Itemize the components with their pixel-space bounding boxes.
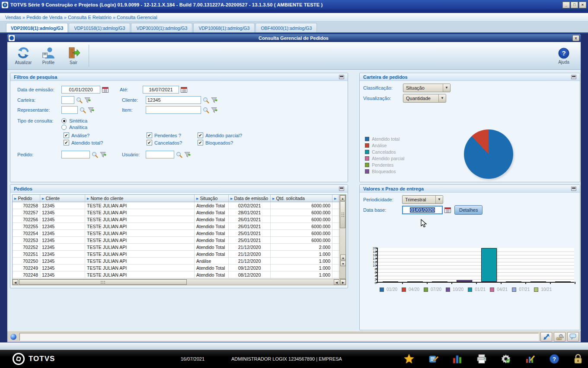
scroll-down-icon[interactable]: ▼ — [340, 261, 346, 266]
profile-button[interactable]: Profile — [36, 44, 61, 68]
filter-funnel-icon[interactable] — [211, 107, 218, 113]
panel-valores: Valores x Prazo de entrega Periodicidade… — [359, 184, 580, 330]
settings-gear-icon[interactable] — [501, 354, 511, 364]
checkbox-atendidoparcial[interactable]: ✔Atendido parcial? — [198, 132, 242, 138]
item-input[interactable] — [146, 106, 201, 114]
table-row[interactable]: 70225812345TESTE JULIAN APIAtendido Tota… — [13, 202, 339, 209]
resize-tool-button[interactable] — [540, 332, 552, 342]
search-icon[interactable] — [92, 152, 98, 158]
totvs-dialog-icon — [9, 35, 15, 41]
refresh-button[interactable]: Atualizar — [11, 44, 36, 68]
column-header-5[interactable]: ▶Qtd. solicitada — [271, 195, 332, 202]
tab-1[interactable]: VDP10158(1):admlog/G3 — [69, 23, 130, 32]
column-header-4[interactable]: ▶Data de emissão — [229, 195, 271, 202]
scroll-left-icon[interactable]: ◀ — [13, 279, 18, 285]
checkbox-bloqueados[interactable]: ✔Bloqueados? — [198, 140, 233, 145]
scroll-left-icon[interactable]: ◀ — [334, 279, 339, 285]
exit-button[interactable]: Sair — [61, 44, 86, 68]
pedido-label: Pedido: — [17, 152, 61, 157]
search-icon[interactable] — [80, 107, 86, 113]
help-icon: ? — [558, 48, 569, 59]
column-header-extra[interactable]: ▶ — [332, 195, 339, 202]
scroll-up-icon[interactable]: ▲ — [340, 195, 345, 201]
chat-tool-button[interactable] — [567, 332, 579, 342]
checkbox-cancelados[interactable]: ✔Cancelados? — [147, 140, 182, 145]
minimize-button[interactable]: _ — [562, 2, 570, 8]
checkmark-icon: ✔ — [64, 140, 69, 145]
bar-chart-icon[interactable] — [452, 354, 463, 364]
table-row[interactable]: 70225012345TESTE JULIAN APIAnálise21/12/… — [13, 258, 339, 265]
close-button[interactable]: × — [579, 2, 586, 8]
tabs-row: VDP20018(1):admlog/G3VDP10158(1):admlog/… — [0, 22, 588, 32]
scroll-up-icon[interactable]: ▲ — [340, 255, 346, 260]
filter-funnel-icon[interactable] — [100, 152, 107, 158]
help-circle-icon[interactable]: ? — [549, 354, 559, 364]
carteira-input[interactable] — [61, 96, 74, 104]
table-row[interactable]: 70225112345TESTE JULIAN APIAtendido Tota… — [13, 251, 339, 258]
dialog-close-button[interactable]: x — [572, 35, 579, 41]
calendar-icon[interactable] — [102, 87, 109, 93]
dialog-title: Consulta Gerencial de Pedidos — [15, 36, 572, 41]
scrollbar-thumb[interactable] — [340, 201, 345, 228]
visualizacao-select[interactable]: Quantidade ▼ — [403, 94, 446, 103]
cliente-input[interactable] — [146, 96, 201, 104]
column-header-1[interactable]: ▶Cliente — [40, 195, 85, 202]
maximize-button[interactable]: □ — [571, 2, 578, 8]
classificacao-select[interactable]: Situação ▼ — [403, 84, 451, 92]
table-vertical-scrollbar[interactable]: ▲ ▲ ▼ — [339, 195, 346, 279]
tab-3[interactable]: VDP10068(1):admlog/G3 — [193, 23, 255, 32]
checkbox-análise[interactable]: ✔Análise? — [64, 132, 89, 138]
checkbox-atendidototal[interactable]: ✔Atendido total? — [64, 140, 103, 145]
printer-icon[interactable] — [476, 354, 487, 364]
table-row[interactable]: 70225412345TESTE JULIAN APIAtendido Tota… — [13, 230, 339, 237]
table-row[interactable]: 70224812345TESTE JULIAN APIAtendido Tota… — [13, 271, 339, 278]
data-emissao-input[interactable] — [61, 86, 100, 94]
filter-funnel-icon[interactable] — [184, 152, 191, 158]
table-row[interactable]: 70224912345TESTE JULIAN APIAtendido Tota… — [13, 265, 339, 271]
column-header-0[interactable]: ▶Pedido — [13, 195, 40, 202]
scroll-right-icon[interactable]: ▶ — [340, 279, 346, 285]
representante-input[interactable] — [61, 106, 78, 114]
radio-analitica[interactable] — [61, 125, 67, 130]
scrollbar-thumb[interactable] — [19, 279, 187, 285]
keyboard-tool-button[interactable] — [554, 332, 566, 342]
column-header-3[interactable]: ▶Situação — [195, 195, 229, 202]
favorites-star-icon[interactable] — [404, 354, 414, 364]
pedido-input[interactable] — [61, 151, 90, 158]
collapse-icon[interactable] — [339, 187, 344, 191]
table-row[interactable]: 70225312345TESTE JULIAN APIAtendido Tota… — [13, 237, 339, 244]
column-header-2[interactable]: ▶Nome do cliente — [85, 195, 195, 202]
search-icon[interactable] — [203, 107, 209, 113]
collapse-icon[interactable] — [571, 75, 576, 79]
table-row[interactable]: 70225512345TESTE JULIAN APIAtendido Tota… — [13, 223, 339, 230]
search-icon[interactable] — [76, 97, 83, 103]
panel-carteira: Carteira de pedidos Classificação: Situa… — [359, 73, 580, 182]
totvs-taskbar-logo: TOTVS — [12, 352, 55, 365]
table-horizontal-scrollbar[interactable]: ◀ ◀ ▶ — [12, 279, 346, 285]
lock-icon[interactable] — [573, 354, 583, 364]
table-row[interactable]: 70225212345TESTE JULIAN APIAtendido Tota… — [13, 244, 339, 251]
sort-arrow-icon: ▶ — [14, 197, 16, 200]
calendar-icon[interactable] — [181, 87, 187, 93]
collapse-icon[interactable] — [339, 75, 344, 79]
help-button[interactable]: ? Ajuda — [551, 44, 576, 68]
tab-4[interactable]: OBF40000(1):admlog/G3 — [256, 23, 317, 32]
search-icon[interactable] — [203, 97, 209, 103]
usuario-input[interactable] — [146, 151, 174, 158]
ate-input[interactable] — [143, 86, 179, 94]
notes-icon[interactable] — [428, 354, 438, 364]
tab-0[interactable]: VDP20018(1):admlog/G3 — [6, 23, 68, 32]
totvs-app-icon: T — [2, 2, 8, 8]
tab-2[interactable]: VDP30100(1):admlog/G3 — [131, 23, 192, 32]
search-icon[interactable] — [176, 152, 182, 158]
filter-funnel-icon[interactable] — [88, 107, 95, 113]
filter-funnel-icon[interactable] — [211, 97, 218, 103]
table-row[interactable]: 70225612345TESTE JULIAN APIAtendido Tota… — [13, 216, 339, 223]
taskbar-date: 16/07/2021 — [181, 356, 205, 362]
checkbox-pendentes[interactable]: ✔Pendentes ? — [147, 132, 181, 138]
report-chart-icon[interactable] — [525, 354, 535, 364]
table-row[interactable]: 70225712345TESTE JULIAN APIAtendido Tota… — [13, 209, 339, 216]
toolbar-separator — [89, 45, 89, 67]
collapse-icon[interactable] — [571, 187, 576, 191]
filter-funnel-icon[interactable] — [84, 97, 91, 103]
